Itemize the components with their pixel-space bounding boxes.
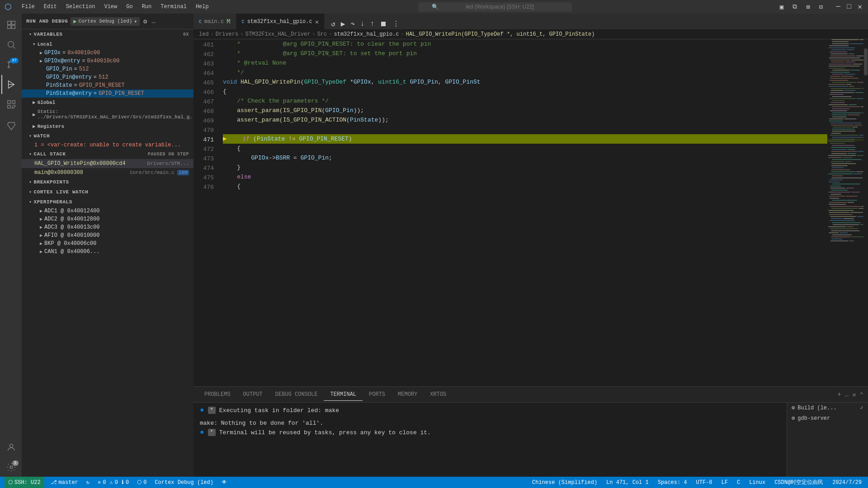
callstack-item-0[interactable]: HAL_GPIO_WritePin@0x08000cd4 Drivers/STM… [22, 159, 193, 168]
code-line-464[interactable]: */ [223, 68, 827, 77]
menu-edit[interactable]: Edit [39, 2, 61, 12]
cortex-live-watch-header[interactable]: ▾ CORTEX LIVE WATCH [22, 187, 193, 197]
var-PinState-entry[interactable]: PinState@entry = GPIO_PIN_RESET [22, 89, 193, 98]
code-line-466[interactable]: { [223, 87, 827, 96]
search-input[interactable] [441, 4, 559, 10]
activity-search[interactable] [1, 35, 20, 54]
variables-section-header[interactable]: ▾ VARIABLES 0x [22, 29, 193, 39]
activity-explorer[interactable] [1, 15, 20, 34]
terminal-content[interactable]: ● * Executing task in folder led: make m… [193, 403, 787, 477]
status-cortex-name[interactable]: Cortex Debug (led) [153, 479, 215, 486]
xp-afio[interactable]: ▶ AFIO @ 0x40010000 [22, 231, 193, 239]
status-debug-item[interactable]: ⬡ SSH: U22 [5, 477, 44, 488]
layout-icon-4[interactable]: ⊟ [816, 3, 826, 11]
code-line-474[interactable]: } [223, 163, 827, 172]
layout-icon-1[interactable]: ▣ [777, 3, 786, 11]
code-line-468[interactable]: assert_param(IS_GPIO_PIN(GPIO_Pin)); [223, 106, 827, 115]
menu-selection[interactable]: Selection [61, 2, 100, 12]
var-PinState[interactable]: PinState = GPIO_PIN_RESET [22, 81, 193, 89]
registers-subsection[interactable]: ▶ Registers [22, 122, 193, 131]
var-GPIOx-entry[interactable]: ▶ GPIOx@entry = 0x40010c00 [22, 57, 193, 65]
tab-terminal[interactable]: TERMINAL [324, 389, 363, 401]
bc-drivers[interactable]: Drivers [216, 31, 238, 38]
menu-terminal[interactable]: Terminal [156, 2, 191, 12]
tab-ports[interactable]: PORTS [363, 389, 392, 401]
code-line-469[interactable]: assert_param(IS_GPIO_PIN_ACTION(PinState… [223, 115, 827, 125]
tab-debug-console[interactable]: DEBUG CONSOLE [269, 389, 324, 401]
activity-settings[interactable]: 1 [1, 458, 20, 477]
terminal-panel-build[interactable]: ⚙ Build (le... ✓ [787, 403, 868, 413]
status-spaces[interactable]: Spaces: 4 [656, 479, 689, 486]
tab-output[interactable]: OUTPUT [237, 389, 269, 401]
code-line-463[interactable]: * @retval None [223, 58, 827, 68]
terminal-close-icon[interactable]: ✕ [852, 391, 856, 399]
menu-view[interactable]: View [99, 2, 122, 12]
layout-icon-3[interactable]: ⊞ [803, 3, 812, 11]
debug-step-into-icon[interactable]: ↓ [359, 19, 367, 29]
xp-adc3[interactable]: ▶ ADC3 @ 0x40013c00 [22, 223, 193, 231]
code-content[interactable]: * @arg GPIO_PIN_RESET: to clear the port… [218, 39, 827, 386]
terminal-more-icon[interactable]: … [845, 391, 849, 398]
status-branch[interactable]: ⎇ master [49, 479, 80, 486]
status-sync[interactable]: ↻ [85, 479, 91, 486]
activity-source-control[interactable]: 47 [1, 55, 20, 74]
debug-continue-icon[interactable]: ▶ [339, 19, 347, 29]
code-line-465[interactable]: void HAL_GPIO_WritePin(GPIO_TypeDef *GPI… [223, 77, 827, 87]
xperipherals-section-header[interactable]: ▾ XPERIPHERALS [22, 197, 193, 207]
tab-xrtos[interactable]: XRTOS [424, 389, 453, 401]
scrollbar-thumb[interactable] [864, 48, 868, 75]
restore-button[interactable]: □ [845, 3, 853, 10]
code-line-462[interactable]: * @arg GPIO_PIN_SET: to set the port pin [223, 49, 827, 58]
var-GPIO-Pin[interactable]: GPIO_Pin = 512 [22, 65, 193, 73]
status-encoding[interactable]: UTF-8 [694, 479, 714, 486]
status-platform[interactable]: Linux [747, 479, 767, 486]
status-cortex[interactable]: ⬡ 0 [135, 479, 148, 486]
activity-extensions[interactable] [1, 95, 20, 114]
var-GPIO-Pin-entry[interactable]: GPIO_Pin@entry = 512 [22, 73, 193, 81]
debug-step-over-icon[interactable]: ↷ [349, 19, 357, 29]
code-line-476[interactable]: { [223, 182, 827, 191]
bc-func[interactable]: HAL_GPIO_WritePin(GPIO_TypeDef *, uint16… [406, 31, 595, 38]
static-subsection[interactable]: ▶ Static: ../Drivers/STM32F1xx_HAL_Drive… [22, 107, 193, 122]
minimize-button[interactable]: ─ [835, 3, 842, 10]
bc-src[interactable]: Src [317, 31, 327, 38]
layout-icon-2[interactable]: ⧉ [790, 3, 800, 10]
terminal-add-icon[interactable]: + [837, 391, 841, 398]
terminal-maximize-icon[interactable]: ⌃ [860, 391, 863, 399]
bc-led[interactable]: led [199, 31, 209, 38]
debug-config-select[interactable]: ▶ Cortex Debug (led) ▾ [71, 17, 140, 26]
activity-debug[interactable] [1, 75, 20, 94]
status-errors[interactable]: ✕ 0 ⚠ 0 ℹ 0 [96, 479, 131, 486]
xp-bkp[interactable]: ▶ BKP @ 0x40006c00 [22, 239, 193, 248]
vertical-scrollbar[interactable] [863, 39, 868, 386]
search-bar[interactable]: 🔍 [418, 2, 572, 12]
debug-restart-icon[interactable]: ↺ [329, 19, 337, 29]
code-line-470[interactable] [223, 125, 827, 134]
debug-more-icon[interactable]: … [151, 17, 156, 26]
code-line-475[interactable]: else [223, 172, 827, 182]
xp-adc2[interactable]: ▶ ADC2 @ 0x40012800 [22, 215, 193, 223]
local-subsection[interactable]: ▾ Local [22, 39, 193, 49]
code-line-461[interactable]: * @arg GPIO_PIN_RESET: to clear the port… [223, 39, 827, 49]
activity-accounts[interactable] [1, 438, 20, 457]
bc-hal-driver[interactable]: STM32F1xx_HAL_Driver [245, 31, 310, 38]
activity-testing[interactable] [1, 117, 20, 136]
debug-more-icon[interactable]: ⋮ [391, 19, 401, 29]
var-GPIOx[interactable]: ▶ GPIOx = 0x40010c00 [22, 49, 193, 57]
status-lang-c[interactable]: C [735, 479, 742, 486]
tab-main-c[interactable]: C main.c M [193, 14, 236, 29]
code-line-471[interactable]: ▶ if (PinState != GPIO_PIN_RESET) [223, 134, 827, 144]
xp-adc1[interactable]: ▶ ADC1 @ 0x40012400 [22, 207, 193, 215]
tab-problems[interactable]: PROBLEMS [198, 389, 237, 401]
bc-file[interactable]: stm32f1xx_hal_gpio.c [334, 31, 399, 38]
menu-file[interactable]: File [17, 2, 39, 12]
tab-close-icon[interactable]: ✕ [315, 18, 319, 26]
code-line-467[interactable]: /* Check the parameters */ [223, 96, 827, 106]
watch-section-header[interactable]: ▾ WATCH [22, 131, 193, 141]
terminal-panel-gdb[interactable]: ⚙ gdb-server [787, 413, 868, 423]
status-line-ending[interactable]: LF [720, 479, 730, 486]
menu-help[interactable]: Help [191, 2, 213, 12]
status-eye-icon[interactable]: 👁 [220, 479, 229, 486]
code-editor[interactable]: 4614624634644654664674684694704714724734… [193, 39, 827, 386]
debug-stop-icon[interactable]: ⏹ [378, 19, 389, 29]
